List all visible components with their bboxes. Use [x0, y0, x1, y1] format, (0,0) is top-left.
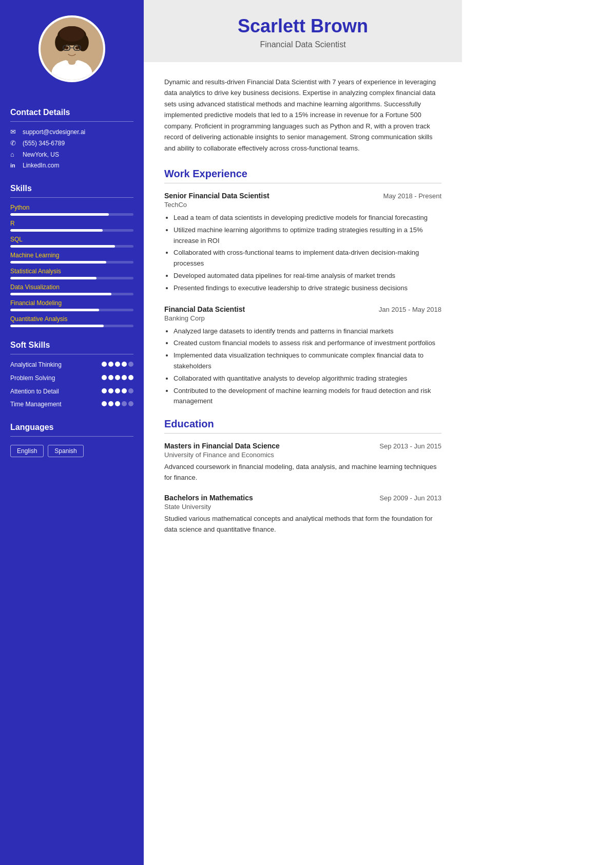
- bullet: Collaborated with quantitative analysts …: [174, 373, 441, 384]
- edu-date: Sep 2013 - Jun 2015: [379, 442, 441, 450]
- edu-school: State University: [164, 503, 441, 511]
- job-block: Senior Financial Data Scientist May 2018…: [164, 192, 441, 294]
- dot: [102, 362, 107, 367]
- job-date: May 2018 - Present: [383, 192, 441, 200]
- edu-header: Bachelors in Mathematics Sep 2009 - Jun …: [164, 494, 441, 502]
- contact-phone: ✆ (555) 345-6789: [10, 139, 85, 147]
- skill-name: Quantitative Analysis: [10, 315, 133, 323]
- skill-bar-bg: [10, 229, 133, 232]
- language-tag: English: [10, 445, 44, 457]
- job-bullets: Lead a team of data scientists in develo…: [164, 213, 441, 294]
- dot: [122, 375, 127, 380]
- languages-list: EnglishSpanish: [10, 445, 84, 457]
- contact-list: ✉ support@cvdesigner.ai ✆ (555) 345-6789…: [10, 128, 85, 173]
- soft-skill-name: Problem Solving: [10, 374, 98, 383]
- skill-item: Machine Learning: [10, 252, 133, 264]
- dots: [102, 375, 133, 380]
- candidate-title: Financial Data Scientist: [164, 40, 441, 49]
- skill-item: Data Visualization: [10, 284, 133, 295]
- skill-bar-fill: [10, 245, 115, 248]
- soft-skills-divider: [10, 354, 133, 354]
- language-tag: Spanish: [48, 445, 83, 457]
- dots: [102, 388, 133, 393]
- skill-bar-fill: [10, 309, 99, 311]
- dots: [102, 362, 133, 367]
- bullet: Presented findings to executive leadersh…: [174, 283, 441, 294]
- edu-date: Sep 2009 - Jun 2013: [379, 494, 441, 502]
- contact-linkedin: in LinkedIn.com: [10, 162, 85, 169]
- dot: [115, 375, 120, 380]
- skill-name: Data Visualization: [10, 284, 133, 291]
- skill-item: Quantitative Analysis: [10, 315, 133, 327]
- bullet: Implemented data visualization technique…: [174, 350, 441, 372]
- skill-bar-fill: [10, 325, 104, 327]
- work-experience-divider: [164, 183, 441, 183]
- edu-degree: Masters in Financial Data Science: [164, 442, 280, 450]
- skill-name: R: [10, 220, 133, 227]
- edu-header: Masters in Financial Data Science Sep 20…: [164, 442, 441, 450]
- skill-item: Python: [10, 204, 133, 216]
- edu-block: Masters in Financial Data Science Sep 20…: [164, 442, 441, 483]
- skill-item: Statistical Analysis: [10, 268, 133, 279]
- job-date: Jan 2015 - May 2018: [379, 306, 441, 313]
- skill-bar-fill: [10, 293, 111, 295]
- soft-skill-name: Time Management: [10, 400, 98, 409]
- edu-block: Bachelors in Mathematics Sep 2009 - Jun …: [164, 494, 441, 535]
- bullet: Collaborated with cross-functional teams…: [174, 248, 441, 269]
- skill-bar-bg: [10, 293, 133, 295]
- contact-divider: [10, 121, 133, 122]
- skill-bar-bg: [10, 277, 133, 279]
- skill-bar-fill: [10, 261, 106, 264]
- skills-list: Python R SQL Machine Learning Statistica…: [10, 204, 133, 331]
- dot: [122, 388, 127, 393]
- skill-bar-fill: [10, 229, 103, 232]
- dot: [128, 388, 133, 393]
- skill-name: Statistical Analysis: [10, 268, 133, 275]
- skill-bar-fill: [10, 277, 97, 279]
- email-icon: ✉: [10, 128, 18, 136]
- bullet: Lead a team of data scientists in develo…: [174, 213, 441, 223]
- svg-point-11: [65, 46, 69, 49]
- skill-item: R: [10, 220, 133, 232]
- skill-name: Python: [10, 204, 133, 211]
- dot: [122, 362, 127, 367]
- skill-item: SQL: [10, 236, 133, 248]
- skill-bar-bg: [10, 325, 133, 327]
- dot: [115, 401, 120, 406]
- job-title: Senior Financial Data Scientist: [164, 192, 270, 200]
- phone-icon: ✆: [10, 139, 18, 147]
- job-header: Senior Financial Data Scientist May 2018…: [164, 192, 441, 200]
- skill-name: SQL: [10, 236, 133, 243]
- main-content: Scarlett Brown Financial Data Scientist …: [144, 0, 462, 865]
- avatar: [38, 15, 105, 82]
- sidebar: Contact Details ✉ support@cvdesigner.ai …: [0, 0, 144, 865]
- skill-bar-fill: [10, 213, 109, 216]
- linkedin-text: LinkedIn.com: [23, 162, 59, 169]
- bullet: Developed automated data pipelines for r…: [174, 271, 441, 281]
- skill-bar-bg: [10, 245, 133, 248]
- dot: [102, 375, 107, 380]
- svg-point-7: [60, 26, 85, 42]
- dot: [115, 388, 120, 393]
- dot: [115, 362, 120, 367]
- edu-degree: Bachelors in Mathematics: [164, 494, 253, 502]
- education-heading: Education: [164, 418, 441, 430]
- dot: [128, 362, 133, 367]
- dot: [102, 401, 107, 406]
- bullet: Analyzed large datasets to identify tren…: [174, 326, 441, 337]
- job-title: Financial Data Scientist: [164, 305, 245, 313]
- linkedin-icon: in: [10, 162, 18, 168]
- soft-skill-item: Attention to Detail: [10, 387, 133, 396]
- edu-desc: Advanced coursework in financial modelin…: [164, 462, 441, 483]
- work-experience-heading: Work Experience: [164, 168, 441, 180]
- bullet: Contributed to the development of machin…: [174, 386, 441, 407]
- soft-skills-list: Analytical Thinking Problem Solving Atte…: [10, 361, 133, 413]
- dot: [102, 388, 107, 393]
- contact-location: ⌂ NewYork, US: [10, 151, 85, 158]
- dots: [102, 401, 133, 406]
- phone-text: (555) 345-6789: [23, 140, 65, 147]
- summary-text: Dynamic and results-driven Financial Dat…: [164, 77, 441, 154]
- dot: [128, 401, 133, 406]
- job-header: Financial Data Scientist Jan 2015 - May …: [164, 305, 441, 313]
- email-text: support@cvdesigner.ai: [23, 128, 85, 136]
